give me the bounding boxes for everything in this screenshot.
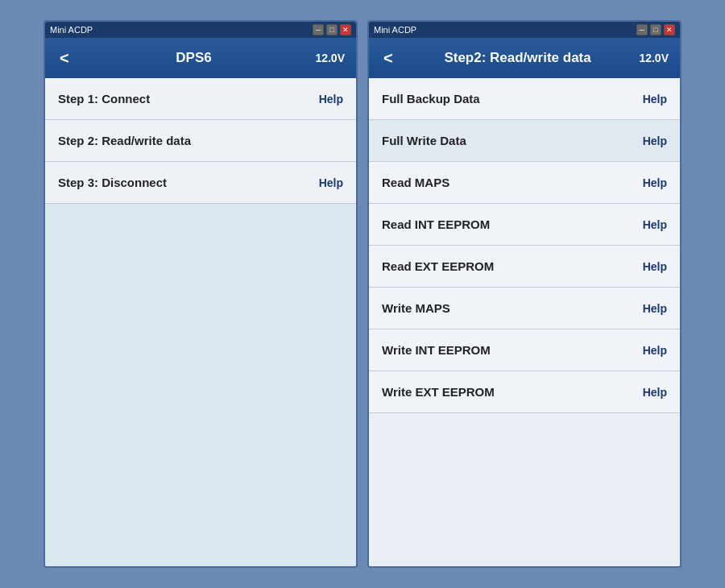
left-header-title: DPS6 [79, 50, 309, 66]
minimize-button[interactable]: ─ [313, 24, 324, 35]
left-content: Step 1: Connect Help Step 2: Read/write … [45, 78, 356, 566]
maximize-button[interactable]: □ [650, 24, 661, 35]
list-item-help[interactable]: Help [643, 302, 667, 315]
list-item[interactable]: Step 1: Connect Help [45, 78, 356, 120]
list-item-label: Write EXT EEPROM [382, 385, 495, 399]
list-item[interactable]: Read INT EEPROM Help [369, 204, 680, 246]
left-titlebar-buttons: ─ □ ✕ [313, 24, 351, 35]
right-header: < Step2: Read/write data 12.0V [369, 38, 680, 78]
list-item-label: Read INT EEPROM [382, 217, 490, 231]
left-titlebar: Mini ACDP ─ □ ✕ [45, 22, 356, 38]
right-titlebar-buttons: ─ □ ✕ [636, 24, 675, 35]
list-item[interactable]: Write INT EEPROM Help [369, 329, 680, 371]
list-item-label: Step 1: Connect [58, 92, 150, 106]
right-titlebar-text: Mini ACDP [374, 25, 416, 35]
list-item-label: Write MAPS [382, 301, 450, 315]
right-header-title: Step2: Read/write data [403, 50, 633, 66]
list-item[interactable]: Full Write Data Help [369, 120, 680, 162]
list-item-label: Write INT EEPROM [382, 343, 491, 357]
list-item-help[interactable]: Help [643, 260, 667, 273]
left-titlebar-text: Mini ACDP [50, 25, 93, 35]
list-item-help[interactable]: Help [643, 218, 667, 231]
list-item-label: Full Write Data [382, 134, 466, 147]
right-voltage: 12.0V [639, 52, 669, 64]
list-item-label: Step 3: Disconnect [58, 176, 167, 189]
list-item[interactable]: Full Backup Data Help [369, 78, 680, 120]
list-item[interactable]: Step 2: Read/write data [45, 120, 356, 162]
read-maps-label: Read MAPS [382, 176, 450, 189]
list-item-help[interactable]: Help [643, 93, 667, 106]
list-item-help[interactable]: Help [319, 176, 343, 189]
list-item-label: Step 2: Read/write data [58, 134, 191, 147]
left-back-button[interactable]: < [56, 48, 72, 69]
close-button[interactable]: ✕ [340, 24, 351, 35]
list-item-help[interactable]: Help [643, 176, 667, 189]
list-item-help[interactable]: Help [643, 386, 667, 399]
list-item[interactable]: Write MAPS Help [369, 288, 680, 329]
list-item-help[interactable]: Help [643, 344, 667, 357]
left-header: < DPS6 12.0V [45, 38, 356, 78]
list-item[interactable]: Step 3: Disconnect Help [45, 162, 356, 204]
list-item-help[interactable]: Help [319, 93, 343, 106]
close-button[interactable]: ✕ [664, 24, 675, 35]
list-item-help[interactable]: Help [643, 135, 667, 147]
right-back-button[interactable]: < [380, 48, 396, 69]
right-content: Full Backup Data Help Full Write Data He… [369, 78, 680, 566]
list-item-read-maps[interactable]: Read MAPS Help [369, 162, 680, 204]
list-item-label: Full Backup Data [382, 92, 480, 106]
list-item[interactable]: Write EXT EEPROM Help [369, 371, 680, 413]
left-voltage: 12.0V [315, 52, 345, 64]
right-panel: Mini ACDP ─ □ ✕ < Step2: Read/write data… [367, 20, 682, 568]
maximize-button[interactable]: □ [326, 24, 338, 35]
right-titlebar: Mini ACDP ─ □ ✕ [369, 22, 680, 38]
list-item-label: Read EXT EEPROM [382, 259, 494, 273]
minimize-button[interactable]: ─ [636, 24, 648, 35]
left-panel: Mini ACDP ─ □ ✕ < DPS6 12.0V Step 1: Con… [44, 20, 358, 568]
list-item[interactable]: Read EXT EEPROM Help [369, 246, 680, 288]
